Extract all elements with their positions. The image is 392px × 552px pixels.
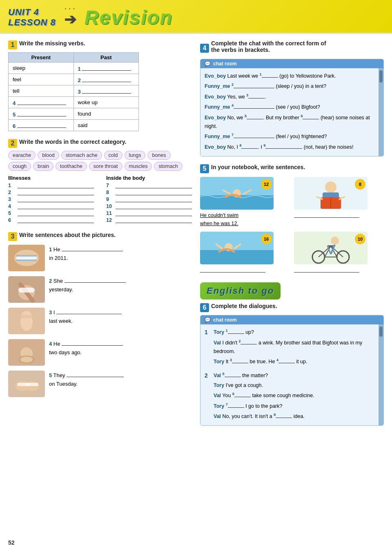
illnesses-title: Illnesses bbox=[8, 175, 94, 181]
page-number: 52 bbox=[8, 539, 15, 546]
sent-pic-a: 12 He couldn't swim when he was 12. bbox=[200, 177, 290, 228]
blank-field[interactable] bbox=[241, 143, 258, 149]
present-cell: 4 bbox=[9, 97, 74, 108]
pic-row-1: 1 He in 2011. bbox=[8, 245, 192, 271]
table-row: 6 said bbox=[9, 120, 139, 131]
pic-text-3: 3 I last week. bbox=[49, 308, 192, 326]
blank-field[interactable] bbox=[17, 121, 66, 128]
blank-field[interactable] bbox=[82, 76, 131, 82]
blank-field[interactable] bbox=[17, 110, 66, 116]
left-column: 1 Write the missing verbs. Present Past … bbox=[8, 40, 192, 426]
svg-point-28 bbox=[325, 181, 336, 193]
cat-line: 8 bbox=[106, 190, 192, 195]
blank-field[interactable] bbox=[116, 217, 192, 223]
age-badge-c: 16 bbox=[261, 234, 272, 244]
lesson-label: LESSON 8 bbox=[8, 18, 56, 27]
ankle-illustration bbox=[8, 339, 45, 366]
ex2-title: Write the words in the correct category. bbox=[19, 139, 126, 145]
leg-illustration bbox=[8, 276, 45, 303]
svg-rect-35 bbox=[200, 250, 274, 264]
blank-field[interactable] bbox=[18, 210, 94, 216]
blank-field[interactable] bbox=[18, 190, 94, 195]
cat-line: 11 bbox=[106, 210, 192, 216]
blank-field[interactable] bbox=[228, 402, 244, 408]
blank-field[interactable] bbox=[82, 87, 131, 94]
table-row: feel 2 bbox=[9, 74, 139, 85]
unit-label: UNIT 4 bbox=[8, 7, 56, 17]
blank-field[interactable] bbox=[18, 217, 94, 223]
present-cell: 5 bbox=[9, 108, 74, 120]
sent-text-a: He couldn't swim when he was 12. bbox=[200, 211, 290, 228]
dialogue-num-2: 2 bbox=[205, 371, 210, 381]
chat-line: Tory It 3 be true. He 4 it up. bbox=[214, 357, 374, 366]
blank-field[interactable] bbox=[225, 371, 241, 377]
answer-blank[interactable] bbox=[62, 339, 123, 346]
picture-4 bbox=[8, 339, 45, 366]
cat-line: 3 bbox=[8, 197, 94, 202]
blank-field[interactable] bbox=[241, 339, 257, 344]
blank-field[interactable] bbox=[18, 183, 94, 188]
past-cell: 1 bbox=[74, 63, 139, 74]
age-badge-b: 8 bbox=[355, 179, 365, 190]
blank-field[interactable] bbox=[265, 143, 302, 149]
blank-field[interactable] bbox=[228, 328, 244, 334]
chat-content-4: Evo_boy Last week we 1 (go) to Yellowsto… bbox=[200, 68, 379, 156]
blank-field[interactable] bbox=[276, 412, 292, 418]
chat-line: Tory 1 up? bbox=[214, 328, 374, 337]
ex4-title: Complete the chat with the correct form … bbox=[211, 40, 326, 53]
picture-exercises: 1 He in 2011. 2 She yesterday. bbox=[8, 245, 192, 397]
chat-icon: 💬 bbox=[205, 61, 211, 67]
chat-line: Evo_boy No, we 5. But my brother 6 (hear… bbox=[205, 113, 374, 131]
blank-field[interactable] bbox=[116, 203, 192, 209]
blank-field[interactable] bbox=[234, 103, 274, 109]
ex2-header: 2 Write the words in the correct categor… bbox=[8, 139, 192, 148]
blank-field[interactable] bbox=[116, 197, 192, 202]
answer-blank[interactable] bbox=[65, 276, 126, 283]
ex4-header: 4 Complete the chat with the correct for… bbox=[200, 40, 384, 56]
cat-line: 2 bbox=[8, 190, 94, 195]
chat-scrollbar[interactable] bbox=[379, 68, 383, 156]
sent-text-d bbox=[294, 266, 384, 275]
blank-field[interactable] bbox=[247, 114, 263, 119]
blank-field[interactable] bbox=[234, 132, 274, 138]
sent-pic-c: 16 bbox=[200, 232, 290, 275]
answer-blank-c[interactable] bbox=[200, 266, 265, 273]
cat-line: 10 bbox=[106, 203, 192, 209]
blank-field[interactable] bbox=[116, 190, 192, 195]
illnesses-category: Illnesses 1 2 3 4 5 6 bbox=[8, 175, 94, 224]
blank-field[interactable] bbox=[18, 197, 94, 202]
blank-field[interactable] bbox=[116, 183, 192, 188]
answer-blank-b[interactable] bbox=[294, 211, 359, 218]
blank-field[interactable] bbox=[116, 210, 192, 216]
blank-field[interactable] bbox=[232, 358, 248, 363]
blank-field[interactable] bbox=[18, 203, 94, 209]
revision-title: Revision bbox=[85, 7, 173, 28]
dots-decoration: • • • bbox=[65, 7, 76, 11]
answer-blank-d[interactable] bbox=[294, 266, 359, 273]
blank-field[interactable] bbox=[234, 391, 251, 397]
blank-field[interactable] bbox=[278, 358, 295, 363]
exercise-6: 6 Complete the dialogues. 💬 chat room 1 bbox=[200, 303, 384, 426]
chat-box-6: 💬 chat room 1 Tory 1 up? bbox=[200, 315, 384, 426]
word-chip: lungs bbox=[125, 151, 146, 160]
blank-field[interactable] bbox=[234, 83, 274, 88]
answer-blank[interactable] bbox=[56, 308, 122, 314]
pic-row-4: 4 He two days ago. bbox=[8, 339, 192, 366]
chat-line: Tory 7 I go to the park? bbox=[214, 402, 314, 411]
svg-rect-3 bbox=[16, 255, 37, 257]
ex2-number: 2 bbox=[8, 139, 17, 148]
present-header: Present bbox=[9, 53, 74, 63]
picture-5 bbox=[8, 371, 45, 397]
chat-scrollbar-6[interactable] bbox=[379, 324, 383, 425]
blank-field[interactable] bbox=[303, 114, 319, 119]
blank-field[interactable] bbox=[82, 64, 131, 71]
blank-field[interactable] bbox=[262, 72, 278, 78]
chat-header-4: 💬 chat room bbox=[200, 59, 383, 68]
chat-line: Funny_me 2 (sleep / you) in a tent? bbox=[205, 82, 374, 91]
blank-field[interactable] bbox=[17, 98, 66, 105]
answer-blank[interactable] bbox=[62, 245, 123, 251]
table-row: sleep 1 bbox=[9, 63, 139, 74]
present-cell: 6 bbox=[9, 120, 74, 131]
answer-blank[interactable] bbox=[67, 371, 124, 377]
blank-field[interactable] bbox=[248, 93, 265, 98]
